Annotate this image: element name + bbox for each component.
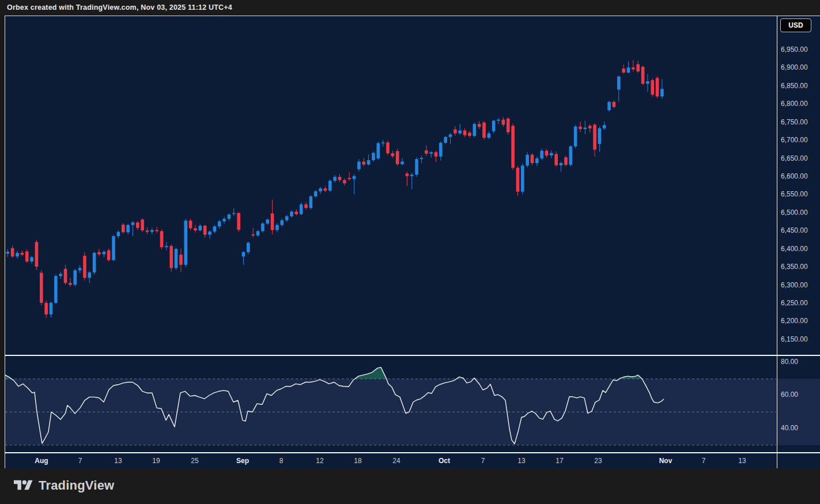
candle <box>169 246 173 268</box>
candle <box>30 257 33 262</box>
time-axis-label: 7 <box>702 457 706 465</box>
candle <box>574 127 577 147</box>
candle <box>11 248 14 256</box>
price-axis-label: 6,350.00 <box>781 263 808 271</box>
candle <box>372 153 375 161</box>
candle <box>73 270 77 285</box>
price-axis-label: 6,250.00 <box>781 299 808 307</box>
candle <box>410 175 414 176</box>
candle <box>165 246 168 247</box>
price-axis-label: 6,300.00 <box>781 281 808 289</box>
candle <box>251 234 255 236</box>
candle <box>463 131 467 135</box>
time-axis-label: Aug <box>35 457 48 465</box>
candle <box>458 131 462 134</box>
candle <box>35 242 39 267</box>
candle <box>540 151 543 158</box>
candle <box>304 204 308 208</box>
candle <box>1 253 5 257</box>
candle <box>381 142 385 143</box>
candle <box>338 177 342 180</box>
time-axis-label: 13 <box>738 457 746 465</box>
candle <box>607 102 611 110</box>
candle <box>439 143 443 157</box>
time-axis-label: 13 <box>114 457 122 465</box>
candle <box>425 150 428 154</box>
candle <box>391 153 395 156</box>
candle <box>613 102 616 107</box>
price-axis-label: 6,450.00 <box>781 226 808 234</box>
candle <box>309 196 313 208</box>
candle <box>333 177 337 181</box>
time-axis-label: 12 <box>316 457 323 465</box>
candle <box>247 242 250 252</box>
time-axis-label: Oct <box>439 457 450 465</box>
price-axis-label: 6,850.00 <box>781 82 808 90</box>
candle <box>584 128 587 130</box>
candle <box>222 219 226 221</box>
tradingview-logo-icon <box>14 478 33 493</box>
candle <box>112 236 115 260</box>
candle <box>478 124 481 127</box>
candle <box>598 128 602 144</box>
candle <box>228 214 231 219</box>
indicator-axis-label: 60.00 <box>781 391 798 399</box>
candle <box>646 81 649 84</box>
candle <box>632 67 635 69</box>
candle <box>420 158 424 159</box>
candle <box>40 273 43 303</box>
candle <box>396 151 399 164</box>
candle <box>131 222 135 225</box>
candle <box>69 283 72 285</box>
candle <box>271 213 274 230</box>
candle <box>362 162 365 165</box>
candle <box>136 222 139 228</box>
candle <box>16 253 19 256</box>
candle <box>59 274 62 276</box>
candle <box>353 176 356 179</box>
candle <box>6 252 10 253</box>
pane-separator-indicator[interactable] <box>5 452 820 453</box>
candle <box>141 219 144 230</box>
candle <box>434 152 438 157</box>
price-axis-label: 6,750.00 <box>781 118 808 126</box>
price-axis-label: 6,150.00 <box>781 335 808 343</box>
candle <box>492 121 496 131</box>
footer-bar: TradingView <box>0 468 820 504</box>
candle <box>526 155 529 166</box>
candle <box>593 124 596 149</box>
price-axis-label: 6,900.00 <box>781 63 808 71</box>
candle <box>50 303 53 314</box>
candle <box>199 226 202 230</box>
time-axis-label: Nov <box>659 457 672 465</box>
candle <box>617 77 621 90</box>
candle <box>343 180 346 184</box>
pane-separator-main[interactable] <box>5 355 820 356</box>
candle <box>261 223 264 231</box>
candle <box>103 252 106 254</box>
candle <box>314 191 318 196</box>
candle <box>290 211 293 216</box>
candle <box>300 204 303 214</box>
candle <box>184 221 188 265</box>
price-axis-label: 6,200.00 <box>781 317 808 325</box>
candle <box>155 230 158 231</box>
candle <box>482 123 486 138</box>
tradingview-logo-text: TradingView <box>39 478 114 493</box>
candle <box>44 303 48 314</box>
candle <box>78 268 82 270</box>
price-axis-label: 6,650.00 <box>781 154 808 162</box>
candle <box>160 231 164 247</box>
candle <box>146 230 149 232</box>
time-axis-label: 23 <box>594 457 602 465</box>
time-axis-label: 7 <box>78 457 82 465</box>
candle <box>588 126 592 128</box>
candle <box>603 125 606 128</box>
time-axis-label: 18 <box>354 457 361 465</box>
candle <box>569 146 573 165</box>
tradingview-logo-link[interactable]: TradingView <box>14 478 114 493</box>
currency-toggle-button[interactable]: USD <box>780 18 811 32</box>
indicator-axis-label: 40.00 <box>781 424 798 432</box>
candle <box>203 226 207 235</box>
candle <box>150 230 154 232</box>
